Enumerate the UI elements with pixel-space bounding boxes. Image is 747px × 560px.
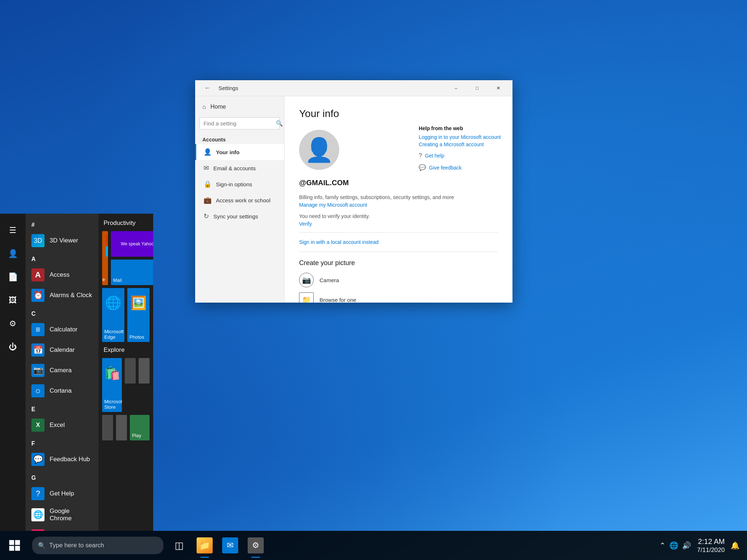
office-tile[interactable]: Productivity W N S P Office <box>102 231 108 285</box>
back-button[interactable]: ← <box>201 82 214 95</box>
task-view-button[interactable]: ◫ <box>166 531 192 560</box>
app-item-google-chrome[interactable]: 🌐 Google Chrome <box>26 504 98 526</box>
settings-button[interactable]: ⚙ <box>2 313 24 335</box>
verify-link[interactable]: Verify <box>299 221 312 227</box>
productivity-label: Productivity <box>102 219 150 227</box>
taskbar-mail[interactable]: ✉ <box>217 531 243 560</box>
sign-in-options-icon: 🔒 <box>204 180 212 188</box>
settings-active-indicator <box>251 557 260 558</box>
clock-date: 7/11/2020 <box>697 546 725 554</box>
svg-rect-3 <box>15 546 20 551</box>
taskbar-search[interactable]: 🔍 Type here to search <box>32 537 163 554</box>
sidebar-search: 🔍 <box>200 117 280 129</box>
divider <box>299 232 498 233</box>
give-feedback-action[interactable]: 💬 Give feedback <box>419 164 501 171</box>
app-item-3d-viewer[interactable]: 3D 3D Viewer <box>26 230 98 251</box>
user-account-button[interactable]: 👤 <box>2 243 24 265</box>
sidebar-item-your-info[interactable]: 👤 Your info <box>195 144 284 160</box>
sidebar-item-sync-settings[interactable]: ↻ Sync your settings <box>195 208 284 224</box>
home-icon: ⌂ <box>202 104 206 110</box>
svg-rect-1 <box>15 540 20 545</box>
camera-option[interactable]: 📷 Camera <box>299 273 498 287</box>
app-item-excel[interactable]: X Excel <box>26 415 98 435</box>
file-explorer-icon: 📁 <box>197 537 213 553</box>
sign-in-local-link[interactable]: Sign in with a local account instead <box>299 239 498 245</box>
app-item-cortana[interactable]: ○ Cortana <box>26 381 98 401</box>
taskbar-file-explorer[interactable]: 📁 <box>192 531 217 560</box>
app-icon-camera: 📷 <box>31 364 44 377</box>
app-icon-cortana: ○ <box>31 384 44 397</box>
download1-tile[interactable] <box>125 358 136 384</box>
tiles-row-explore-1: 🛍️ Microsoft Store <box>102 358 150 412</box>
app-list: # 3D 3D Viewer A A Access ⏰ Alarms & Clo… <box>26 214 98 531</box>
sidebar-item-access-work-school[interactable]: 💼 Access work or school <box>195 192 284 208</box>
browse-icon: 📁 <box>299 292 314 303</box>
app-item-access[interactable]: A Access <box>26 265 98 285</box>
power-button[interactable]: ⏻ <box>2 336 24 358</box>
sidebar-home-item[interactable]: ⌂ Home <box>195 99 284 114</box>
taskbar-settings[interactable]: ⚙ <box>243 531 268 560</box>
app-label-get-help: Get Help <box>50 490 74 497</box>
network-icon[interactable]: 🌐 <box>669 541 678 550</box>
app-item-feedback-hub[interactable]: 💬 Feedback Hub <box>26 449 98 470</box>
clock-time: 2:12 AM <box>697 537 725 546</box>
app-item-camera[interactable]: 📷 Camera <box>26 360 98 381</box>
app-item-calculator[interactable]: ≡ Calculator <box>26 319 98 340</box>
notification-center-icon[interactable]: 🔔 <box>731 541 740 550</box>
get-help-label: Get help <box>425 153 444 159</box>
browse-option[interactable]: 📁 Browse for one <box>299 292 498 303</box>
edge-tile[interactable]: 🌐 Microsoft Edge <box>102 288 124 342</box>
help-link-1[interactable]: Logging in to your Microsoft account <box>419 134 501 140</box>
download2-tile[interactable] <box>139 358 150 384</box>
verify-prompt: You need to verify your identity. <box>299 213 498 219</box>
svg-rect-2 <box>9 546 14 551</box>
settings-body: ⌂ Home 🔍 Accounts 👤 Your info ✉ Email & … <box>195 96 512 303</box>
minimize-button[interactable]: – <box>448 80 464 96</box>
play-tile[interactable]: Play <box>130 415 150 440</box>
sidebar-item-email-accounts[interactable]: ✉ Email & accounts <box>195 160 284 176</box>
system-clock[interactable]: 2:12 AM 7/11/2020 <box>697 537 725 554</box>
photos-tile[interactable]: 🖼️ Photos <box>127 288 150 342</box>
get-help-action[interactable]: ? Get help <box>419 152 501 159</box>
camera-icon: 📷 <box>299 273 314 287</box>
help-link-2[interactable]: Creating a Microsoft account <box>419 141 501 147</box>
app-icon-alarms: ⏰ <box>31 289 44 302</box>
app-item-alarms[interactable]: ⏰ Alarms & Clock <box>26 285 98 306</box>
give-feedback-icon: 💬 <box>419 164 426 171</box>
get-help-icon: ? <box>419 152 422 159</box>
give-feedback-label: Give feedback <box>429 165 462 171</box>
pictures-button[interactable]: 🖼 <box>2 289 24 311</box>
app-icon-get-help: ? <box>31 487 44 500</box>
start-button[interactable] <box>0 531 29 560</box>
divider2 <box>299 252 498 252</box>
notification-icon[interactable]: ⌃ <box>659 541 666 550</box>
manage-account-link[interactable]: Manage my Microsoft account <box>299 202 367 208</box>
email-accounts-icon: ✉ <box>204 164 209 172</box>
app-item-groove-music[interactable]: ♪ Groove Music <box>26 526 98 531</box>
maximize-button[interactable]: □ <box>469 80 485 96</box>
help-title: Help from the web <box>419 125 501 131</box>
hamburger-menu-button[interactable]: ☰ <box>2 219 24 241</box>
avatar-icon: 👤 <box>305 136 334 164</box>
page-title: Your info <box>299 108 498 120</box>
verify-section: You need to verify your identity. Verify <box>299 213 498 227</box>
documents-button[interactable]: 📄 <box>2 266 24 288</box>
volume-icon[interactable]: 🔊 <box>682 541 691 550</box>
app-label-access: Access <box>50 271 70 279</box>
app-label-3d-viewer: 3D Viewer <box>50 237 78 244</box>
sidebar-item-sign-in-options[interactable]: 🔒 Sign-in options <box>195 176 284 192</box>
sidebar-label-sign-in-options: Sign-in options <box>216 181 252 187</box>
settings-window: ← Settings – □ ✕ ⌂ Home 🔍 Accounts 👤 You… <box>195 80 512 303</box>
close-button[interactable]: ✕ <box>490 80 507 96</box>
mail-tile[interactable]: Mail <box>111 260 153 285</box>
yahoo-mail-tile[interactable]: We speak Yahoo! <box>111 231 153 257</box>
msstore-tile[interactable]: 🛍️ Microsoft Store <box>102 358 122 412</box>
app-item-calendar[interactable]: 📅 Calendar <box>26 340 98 360</box>
app-item-get-help[interactable]: ? Get Help <box>26 483 98 504</box>
app-label-feedback-hub: Feedback Hub <box>50 456 90 463</box>
dl4-tile[interactable] <box>116 415 127 440</box>
find-setting-input[interactable] <box>204 120 273 127</box>
app-icon-access: A <box>31 268 44 281</box>
window-title: Settings <box>218 85 443 91</box>
dl3-tile[interactable] <box>102 415 113 440</box>
